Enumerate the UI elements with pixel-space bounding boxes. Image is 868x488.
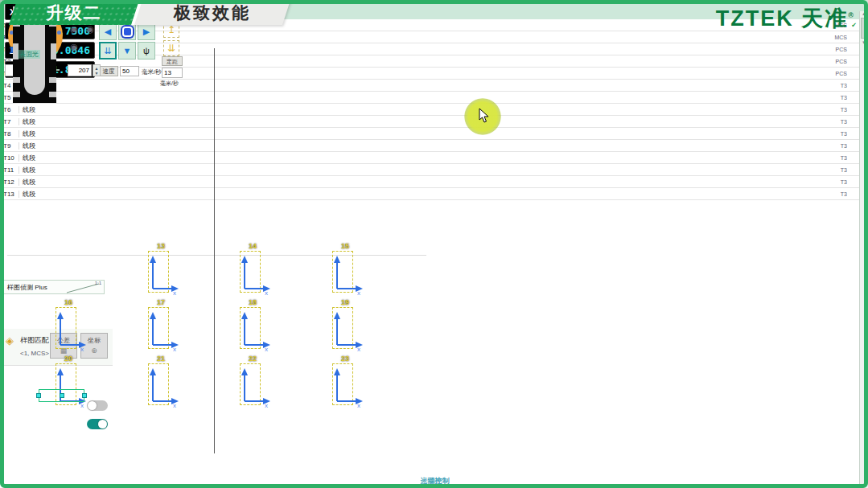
list-item[interactable]: T12 线段 T3 (0, 176, 859, 188)
jog-right-icon[interactable]: ▶ (138, 23, 155, 40)
list-item[interactable]: T8 线段 T3 (0, 128, 859, 140)
match-marker: 23 x (332, 363, 353, 405)
light-value-input[interactable] (68, 64, 92, 76)
program-rows: 1 样图识别 MCS ✔ PCS 坐标系 MCS T1 线段 PCS T2 线段… (0, 19, 859, 488)
joystick-icon[interactable]: ψ (138, 42, 155, 59)
step-label[interactable]: 定距 (162, 56, 183, 66)
brand-logo: TZTEK 天准® (716, 4, 855, 33)
speed-unit: 毫米/秒 (142, 68, 162, 76)
svg-text:x: x (357, 346, 360, 353)
match-marker: 13 x (148, 251, 169, 293)
svg-text:x: x (80, 346, 84, 353)
jog-down-fast-icon[interactable]: ⇊ (99, 42, 117, 59)
match-marker: 17 x (148, 307, 169, 349)
svg-text:x: x (80, 402, 84, 409)
properties-subtitle: <1, MCS> (20, 350, 49, 357)
list-item[interactable]: T5 线段 T3 (0, 92, 859, 104)
list-item[interactable]: T4 线段 T3 (0, 80, 859, 92)
manual-measure-toggle[interactable] (87, 400, 108, 411)
svg-text:x: x (173, 346, 176, 353)
crosshair-vertical (214, 48, 215, 453)
mouse-cursor (479, 108, 490, 124)
list-item[interactable]: T9 线段 T3 (0, 140, 859, 152)
back-light-icon[interactable]: ◉ (68, 40, 80, 53)
step-unit: 毫米/秒 (160, 80, 179, 88)
speed-label: 速度 (99, 66, 118, 76)
match-marker: 16 x (56, 307, 76, 349)
list-item[interactable]: T11 线段 T3 (0, 164, 859, 176)
step-input[interactable] (162, 68, 183, 78)
banner-title: 极致效能 (131, 0, 290, 25)
list-item[interactable]: T6 线段 T3 (0, 104, 859, 116)
properties-title: 样图匹配 (20, 335, 49, 346)
svg-text:x: x (173, 402, 176, 409)
match-marker: 22 x (240, 363, 261, 405)
svg-text:x: x (357, 402, 360, 409)
selection-box[interactable] (39, 389, 84, 402)
match-marker: 14 x (240, 251, 261, 293)
svg-text:x: x (357, 289, 360, 297)
match-marker: 19 x (332, 307, 353, 349)
tracks-scrollbar[interactable]: ▲▼ (859, 11, 868, 486)
template-item[interactable]: 样图侦测 Plus 1:1 (3, 280, 105, 294)
speed-input[interactable] (120, 66, 139, 76)
exposure-panel-label: 曝光 (1, 476, 868, 486)
list-item[interactable]: T10 线段 T3 (0, 152, 859, 164)
upgrade-badge: 升级二 (9, 0, 139, 25)
z-down-fast-icon[interactable]: ⇊ (163, 40, 179, 56)
active-measure-toggle[interactable] (87, 419, 108, 429)
svg-text:x: x (265, 289, 268, 297)
match-marker: 21 x (148, 363, 169, 405)
jog-down-icon[interactable]: ▼ (118, 42, 136, 59)
match-tool-icon: ◈ (6, 334, 14, 347)
jog-left-icon[interactable]: ◀ (99, 23, 117, 40)
light-stepper[interactable]: ▲▼ (93, 64, 101, 76)
stop-icon[interactable] (118, 23, 136, 40)
match-marker: 15 x (332, 251, 353, 293)
list-item[interactable]: T13 线段 T3 (0, 188, 859, 200)
svg-text:x: x (265, 346, 268, 353)
match-marker: 18 x (240, 307, 261, 349)
list-item[interactable]: T7 线段 T3 (0, 116, 859, 128)
svg-text:x: x (173, 289, 176, 297)
surface-light-label: 表面光 (18, 50, 40, 59)
svg-text:x: x (265, 402, 268, 409)
